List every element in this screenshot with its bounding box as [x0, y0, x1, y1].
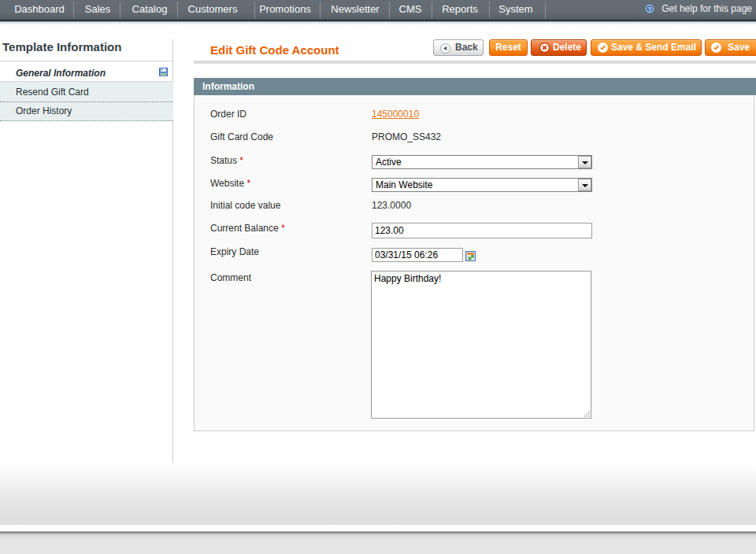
svg-text:?: ? [648, 6, 652, 13]
